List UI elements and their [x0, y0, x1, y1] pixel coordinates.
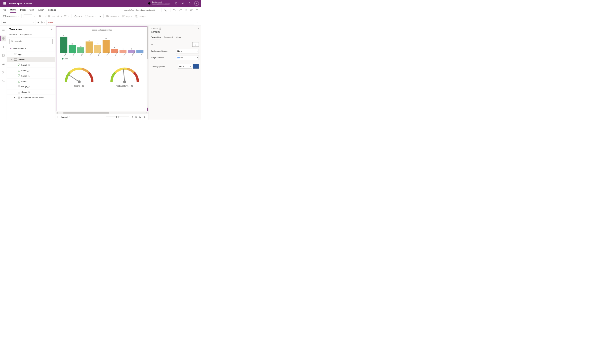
tree-node-menu[interactable]: ••• [50, 58, 53, 61]
label-icon [18, 80, 20, 82]
tab-action[interactable]: Action [38, 7, 44, 12]
tree-node-label13[interactable]: Label1_3 [7, 62, 55, 68]
play-icon[interactable] [185, 9, 187, 11]
rail-advanced-tools[interactable] [0, 78, 6, 84]
document-status: sampleApp - Saved (Unpublished) [124, 9, 155, 11]
screen-canvas[interactable]: Leads and opportunities 31Cairo15Delhi11… [56, 27, 148, 111]
bar-9: 6Tokyo [136, 48, 144, 53]
tab-home[interactable]: Home [10, 7, 16, 13]
zoom-slider[interactable] [106, 117, 129, 117]
column-chart[interactable]: 31Cairo15Delhi11Mexico ...22Istanbu...16… [60, 32, 144, 57]
rail-tree-view[interactable] [0, 36, 6, 41]
property-selector[interactable]: Fill ▾ [2, 20, 36, 25]
app-checker-icon[interactable] [164, 8, 167, 11]
new-screen-label: New screen [6, 15, 17, 17]
expand-ribbon-icon[interactable] [99, 15, 101, 17]
share-icon[interactable] [190, 8, 193, 11]
plus-icon: ＋ [9, 47, 12, 50]
bold-button[interactable]: B [39, 15, 41, 18]
bar-7: 6Seoul [119, 48, 127, 53]
tree-node-label1[interactable]: Label1 [7, 78, 55, 84]
fill-button[interactable]: Fill▾ [73, 14, 82, 18]
italic-button[interactable]: I [45, 15, 46, 18]
theme-color-picker[interactable] [24, 14, 32, 18]
tab-file[interactable]: File [3, 7, 6, 12]
redo-icon[interactable] [179, 8, 182, 11]
canvas-status-bar: Screen1 ▾ − + 57 % [55, 114, 148, 120]
tab-settings[interactable]: Settings [48, 7, 56, 12]
rail-insert[interactable] [0, 44, 6, 50]
props-expand-icon[interactable]: › [198, 27, 199, 30]
svg-rect-16 [136, 15, 137, 16]
zoom-in-button[interactable]: + [132, 115, 133, 118]
gauge-score[interactable]: Score 20 [63, 64, 96, 87]
tree-node-screen1[interactable]: ▾ Screen1 ••• [7, 57, 55, 62]
group-button[interactable]: Group▾ [135, 14, 147, 18]
account-button[interactable]: A [193, 0, 200, 7]
prop-spinner-dropdown[interactable]: None▾ [178, 64, 192, 69]
prop-bgimage-dropdown[interactable]: None▾ [176, 49, 199, 53]
svg-line-33 [123, 69, 124, 82]
rail-media[interactable] [0, 61, 6, 67]
info-icon[interactable]: ? [159, 28, 161, 30]
rail-hamburger[interactable] [0, 27, 6, 33]
tab-view[interactable]: View [30, 7, 34, 12]
tree-node-label11[interactable]: Label1_1 [7, 73, 55, 79]
tree-node-gauge2[interactable]: Gauge_2 [7, 84, 55, 89]
chart-legend: Area [62, 58, 147, 60]
screen-selector[interactable]: Screen1 ▾ [57, 116, 70, 118]
screen-icon [14, 58, 17, 60]
strikethrough-button[interactable]: abc [52, 15, 55, 17]
tree-tab-components[interactable]: Components [20, 33, 32, 37]
app-launcher-button[interactable] [1, 0, 8, 7]
settings-button[interactable] [179, 0, 186, 7]
app-icon [14, 53, 17, 55]
svg-rect-5 [3, 15, 5, 17]
props-tab-ideas[interactable]: Ideas [176, 35, 181, 40]
prop-spinner-color[interactable] [193, 64, 199, 69]
new-screen-button[interactable]: New screen ▾ [2, 14, 19, 18]
tree-node-chart1[interactable]: ▸CompositeColumnChart1 [7, 95, 55, 100]
notifications-button[interactable] [173, 0, 180, 7]
help-icon[interactable] [196, 9, 198, 11]
reorder-button[interactable]: Reorder▾ [106, 14, 120, 18]
tree-tab-screens[interactable]: Screens [9, 33, 17, 37]
chart-title: Leads and opportunities [56, 27, 147, 32]
tree-node-label12[interactable]: Label1_2 [7, 68, 55, 73]
bar-6: 8New Yor... [111, 47, 119, 53]
prop-fill-swatch[interactable]: ◇ [192, 42, 199, 47]
tab-insert[interactable]: Insert [20, 7, 26, 12]
tree-search-input[interactable]: Search [9, 39, 53, 44]
screen-icon [3, 15, 6, 17]
expand-formula-icon[interactable]: ⌄ [196, 21, 200, 24]
fit-to-window-icon[interactable] [144, 116, 146, 118]
undo-icon[interactable] [173, 8, 176, 11]
tree-new-screen-button[interactable]: ＋ New screen ▾ [7, 45, 55, 51]
vertical-scrollbar[interactable] [147, 27, 148, 108]
zoom-out-button[interactable]: − [102, 115, 103, 118]
props-tab-advanced[interactable]: Advanced [164, 35, 173, 40]
tree-node-gauge3[interactable]: Gauge_3 [7, 89, 55, 95]
fx-button[interactable]: ƒx ▾ [41, 21, 44, 24]
fill-label: Fill [78, 15, 80, 17]
help-button[interactable] [186, 0, 193, 7]
horizontal-scrollbar[interactable]: ◀▶ [56, 112, 148, 114]
close-tree-view[interactable]: ✕ [51, 28, 52, 31]
environment-picker[interactable]: Environment AuroraBAPEnv43137 [148, 1, 170, 5]
zoom-unit: % [139, 116, 141, 118]
bar-2: 11Mexico ... [77, 45, 85, 53]
tree-node-app[interactable]: App [7, 51, 55, 57]
border-button[interactable]: Border▾ [84, 14, 97, 18]
prop-imgpos-dropdown[interactable]: Fit▾ [176, 55, 199, 60]
font-color-button[interactable]: A [57, 14, 59, 18]
props-tab-properties[interactable]: Properties [151, 35, 161, 40]
waffle-icon [3, 2, 6, 4]
rail-data[interactable] [0, 53, 6, 58]
align-button[interactable]: Align▾ [122, 14, 133, 18]
formula-input[interactable]: White [46, 20, 194, 25]
rail-power-automate[interactable] [0, 70, 6, 76]
gauge-probability[interactable]: Probability % - 45 [108, 64, 141, 87]
underline-button[interactable]: U [48, 15, 50, 17]
globe-icon [148, 2, 151, 5]
align-text-icon[interactable] [64, 15, 66, 17]
